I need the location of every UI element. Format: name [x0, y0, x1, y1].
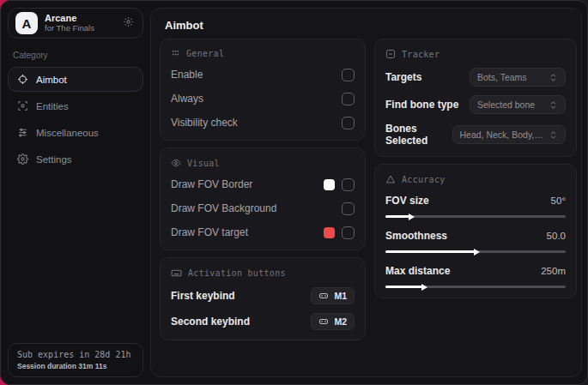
session-duration-text: Session duration 31m 11s	[17, 362, 134, 370]
slider-thumb[interactable]	[474, 249, 480, 256]
app-subtitle: for The Finals	[45, 24, 114, 33]
fov-size-group: FOV size 50°	[385, 193, 566, 218]
card-title: General	[186, 49, 224, 58]
category-label: Category	[13, 51, 138, 60]
fov-target-checkbox[interactable]	[342, 226, 355, 239]
gear-icon	[123, 16, 134, 30]
slider-fill	[385, 250, 476, 253]
setting-label: Draw FOV target	[171, 226, 248, 238]
targets-dropdown[interactable]: Bots, Teams	[470, 68, 566, 87]
sidebar-item-miscellaneous[interactable]: Miscellaneous	[8, 120, 143, 145]
entities-icon	[17, 100, 28, 111]
first-keybind-button[interactable]: M1	[311, 287, 355, 304]
sidebar-item-label: Aimbot	[36, 75, 67, 85]
card-tracker-header: Tracker	[385, 49, 566, 59]
fov-target-color-swatch[interactable]	[324, 227, 335, 238]
card-general-header: General	[171, 49, 355, 58]
visibility-check-checkbox[interactable]	[342, 117, 355, 129]
setting-row-targets: Targets Bots, Teams	[385, 68, 566, 87]
sidebar: A Arcane for The Finals Category Aimbot …	[1, 1, 150, 384]
setting-row-fov-target: Draw FOV target	[171, 225, 355, 240]
sidebar-item-label: Entities	[36, 101, 69, 111]
main-panel: Aimbot General Enable	[150, 8, 582, 377]
bones-selected-dropdown[interactable]: Head, Neck, Body, Pe..	[452, 125, 566, 144]
slider-fill	[385, 286, 423, 288]
eye-icon	[171, 158, 181, 168]
setting-label: Targets	[385, 71, 421, 83]
dropdown-value: Selected bone	[477, 99, 535, 110]
second-keybind-button[interactable]: M2	[311, 313, 355, 330]
fov-size-slider[interactable]	[385, 215, 566, 218]
card-title: Tracker	[402, 50, 439, 59]
setting-row-fov-border: Draw FOV Border	[171, 177, 355, 192]
setting-label: Draw FOV Background	[171, 202, 276, 214]
mouse-icon	[318, 316, 329, 327]
slider-value: 50°	[551, 196, 566, 206]
card-visual: Visual Draw FOV Border Draw FOV Backgrou…	[160, 147, 366, 250]
find-bone-type-dropdown[interactable]: Selected bone	[470, 95, 566, 114]
fov-border-checkbox[interactable]	[342, 178, 355, 191]
slider-value: 50.0	[547, 231, 566, 241]
max-distance-slider[interactable]	[385, 286, 566, 288]
setting-label: Always	[171, 93, 203, 105]
card-accuracy-header: Accuracy	[385, 174, 566, 184]
card-activation-buttons: Activation buttons First keybind M1 Seco…	[160, 257, 366, 340]
slider-label-row: Max distance 250m	[385, 263, 566, 279]
setting-row-find-bone-type: Find bone type Selected bone	[385, 95, 566, 114]
page-title: Aimbot	[151, 9, 581, 39]
app-names: Arcane for The Finals	[45, 13, 114, 33]
crosshair-icon	[17, 74, 28, 85]
setting-label: Visibility check	[171, 117, 238, 129]
setting-row-enable: Enable	[171, 67, 355, 82]
smoothness-group: Smoothness 50.0	[385, 228, 566, 253]
sub-expiry-text: Sub expires in 28d 21h	[17, 350, 134, 359]
setting-row-first-keybind: First keybind M1	[171, 287, 355, 304]
card-title: Accuracy	[402, 175, 446, 184]
sidebar-item-aimbot[interactable]: Aimbot	[8, 67, 143, 92]
setting-label: Draw FOV Border	[171, 178, 252, 190]
setting-label: Max distance	[385, 265, 450, 277]
setting-label: Bones Selected	[385, 123, 452, 147]
gear-icon	[17, 153, 28, 165]
setting-label: Enable	[171, 69, 203, 81]
slider-thumb[interactable]	[421, 284, 427, 291]
setting-row-visibility-check: Visibility check	[171, 115, 355, 130]
setting-label: Find bone type	[385, 99, 458, 111]
triangle-icon	[385, 174, 396, 184]
sidebar-item-entities[interactable]: Entities	[8, 93, 143, 118]
subscription-box: Sub expires in 28d 21h Session duration …	[8, 343, 143, 377]
card-visual-header: Visual	[171, 158, 355, 168]
dropdown-value: Head, Neck, Body, Pe..	[460, 129, 543, 140]
keyboard-icon	[171, 268, 182, 279]
app-header: A Arcane for The Finals	[8, 8, 143, 39]
setting-row-bones-selected: Bones Selected Head, Neck, Body, Pe..	[385, 123, 566, 147]
always-checkbox[interactable]	[342, 93, 355, 105]
card-activation-header: Activation buttons	[171, 268, 355, 279]
fov-background-checkbox[interactable]	[342, 202, 355, 215]
slider-fill	[385, 215, 410, 218]
slider-label-row: FOV size 50°	[385, 193, 566, 208]
slider-thumb[interactable]	[409, 214, 415, 220]
card-general: General Enable Always Visibility check	[160, 39, 366, 141]
chevrons-up-down-icon	[549, 130, 558, 140]
card-title: Activation buttons	[188, 268, 286, 278]
max-distance-group: Max distance 250m	[385, 263, 566, 288]
fov-border-color-swatch[interactable]	[324, 179, 335, 190]
header-gear-button[interactable]	[121, 15, 136, 32]
keybind-value: M2	[334, 316, 347, 327]
dropdown-value: Bots, Teams	[477, 72, 527, 82]
card-title: Visual	[187, 159, 220, 168]
app-window: A Arcane for The Finals Category Aimbot …	[0, 0, 588, 385]
setting-label: FOV size	[385, 195, 429, 207]
sidebar-item-label: Settings	[36, 154, 72, 165]
setting-label: First keybind	[171, 290, 235, 302]
enable-checkbox[interactable]	[342, 69, 355, 81]
slider-label-row: Smoothness 50.0	[385, 228, 566, 244]
chevrons-up-down-icon	[549, 73, 558, 82]
sidebar-item-settings[interactable]: Settings	[8, 147, 143, 171]
content-columns: General Enable Always Visibility check	[151, 39, 581, 340]
smoothness-slider[interactable]	[385, 250, 566, 253]
card-accuracy: Accuracy FOV size 50°	[374, 164, 577, 298]
sliders-icon	[17, 127, 28, 138]
chevrons-up-down-icon	[549, 100, 558, 110]
